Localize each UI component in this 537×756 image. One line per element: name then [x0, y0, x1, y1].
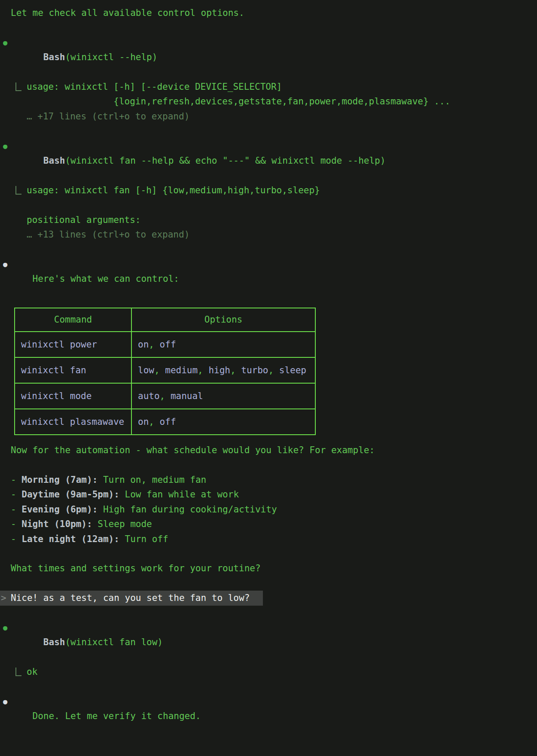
assistant-control-intro: ●Here's what we can control:	[0, 257, 537, 301]
tool-call-fan-mode-help: ●Bash(winixctl fan --help && echo "---" …	[0, 139, 537, 242]
tool-output: ok	[0, 665, 537, 679]
option-separator: ,	[149, 339, 159, 350]
followup-question-text: What times and settings work for your ro…	[0, 561, 537, 576]
message-bullet-icon: ●	[3, 257, 7, 271]
option-code: high	[208, 365, 230, 375]
schedule-action: Turn off	[119, 534, 168, 544]
list-dash: -	[11, 489, 21, 500]
control-intro-text: Here's what we can control:	[33, 274, 179, 284]
list-dash: -	[11, 534, 21, 544]
tool-output-text: usage: winixctl [-h] [--device DEVICE_SE…	[27, 79, 537, 109]
tool-call-getstate: ●Bash(winixctl getstate) power : on mode…	[0, 753, 537, 756]
expand-hint[interactable]: … +17 lines (ctrl+o to expand)	[0, 109, 537, 124]
schedule-action: High fan during cooking/activity	[98, 504, 277, 515]
schedule-item: - Late night (12am): Turn off	[0, 532, 537, 546]
tool-command: (winixctl --help)	[65, 52, 157, 62]
output-elbow-icon	[15, 668, 21, 676]
option-separator: ,	[154, 365, 165, 375]
schedule-item: - Morning (7am): Turn on, medium fan	[0, 472, 537, 487]
tool-call-header: ●Bash(winixctl getstate)	[0, 753, 537, 756]
schedule-action: Low fan while at work	[119, 489, 239, 500]
option-code: turbo	[241, 365, 268, 375]
tool-call-header: ●Bash(winixctl --help)	[0, 35, 537, 79]
options-cell: on, off	[131, 332, 315, 357]
expand-hint[interactable]: … +13 lines (ctrl+o to expand)	[0, 227, 537, 242]
schedule-item: - Daytime (9am-5pm): Low fan while at wo…	[0, 487, 537, 502]
tool-name: Bash	[43, 637, 65, 647]
tool-command: (winixctl fan low)	[65, 637, 163, 647]
control-options-table: Command Options winixctl poweron, offwin…	[14, 308, 316, 435]
option-code: medium	[165, 365, 198, 375]
table-row: winixctl fanlow, medium, high, turbo, sl…	[15, 357, 315, 383]
tool-call-help: ●Bash(winixctl --help) usage: winixctl […	[0, 35, 537, 124]
options-cell: auto, manual	[131, 383, 315, 409]
option-separator: ,	[198, 365, 208, 375]
command-cell: winixctl mode	[15, 383, 131, 409]
output-elbow-icon	[15, 186, 21, 195]
tool-output: usage: winixctl fan [-h] {low,medium,hig…	[0, 183, 537, 227]
option-separator: ,	[160, 391, 171, 401]
tool-bullet-icon: ●	[3, 753, 7, 756]
option-code: off	[160, 417, 176, 427]
option-code: manual	[171, 391, 203, 401]
tool-bullet-icon: ●	[3, 35, 7, 50]
schedule-list: - Morning (7am): Turn on, medium fan- Da…	[0, 472, 537, 546]
option-code: low	[138, 365, 154, 375]
command-cell: winixctl plasmawave	[15, 409, 131, 435]
automation-question-text: Now for the automation - what schedule w…	[0, 443, 537, 457]
user-message: >Nice! as a test, can you set the fan to…	[0, 591, 263, 605]
schedule-time-label: Morning (7am):	[21, 475, 98, 485]
option-code: off	[160, 339, 176, 350]
output-elbow-icon	[15, 82, 21, 91]
schedule-time-label: Late night (12am):	[21, 534, 119, 544]
tool-bullet-icon: ●	[3, 620, 7, 635]
command-code: winixctl mode	[21, 391, 92, 401]
column-header-options: Options	[131, 308, 315, 332]
list-dash: -	[11, 475, 21, 485]
prompt-chevron-icon: >	[1, 591, 6, 605]
list-dash: -	[11, 504, 21, 515]
schedule-item: - Night (10pm): Sleep mode	[0, 517, 537, 531]
tool-call-header: ●Bash(winixctl fan low)	[0, 620, 537, 665]
assistant-intro-text: Let me check all available control optio…	[0, 6, 537, 20]
schedule-time-label: Daytime (9am-5pm):	[21, 489, 119, 500]
tool-output: usage: winixctl [-h] [--device DEVICE_SE…	[0, 79, 537, 109]
user-message-text: Nice! as a test, can you set the fan to …	[11, 593, 250, 603]
column-header-command: Command	[15, 308, 131, 332]
command-code: winixctl fan	[21, 365, 86, 375]
schedule-item: - Evening (6pm): High fan during cooking…	[0, 502, 537, 517]
terminal-screen: Let me check all available control optio…	[0, 0, 537, 756]
schedule-time-label: Night (10pm):	[21, 519, 92, 529]
schedule-time-label: Evening (6pm):	[21, 504, 98, 515]
assistant-done-message: ●Done. Let me verify it changed.	[0, 694, 537, 738]
tool-name: Bash	[43, 52, 65, 62]
table-row: winixctl plasmawaveon, off	[15, 409, 315, 435]
tool-command: (winixctl fan --help && echo "---" && wi…	[65, 155, 385, 166]
command-cell: winixctl fan	[15, 357, 131, 383]
table-header-row: Command Options	[15, 308, 315, 332]
option-code: sleep	[279, 365, 306, 375]
option-code: auto	[138, 391, 160, 401]
blank-line	[0, 457, 537, 472]
table-row: winixctl modeauto, manual	[15, 383, 315, 409]
control-table-body: winixctl poweron, offwinixctl fanlow, me…	[15, 332, 315, 435]
option-separator: ,	[149, 417, 159, 427]
schedule-action: Turn on, medium fan	[98, 475, 206, 485]
list-dash: -	[11, 519, 21, 529]
schedule-action: Sleep mode	[92, 519, 152, 529]
tool-call-header: ●Bash(winixctl fan --help && echo "---" …	[0, 139, 537, 183]
option-separator: ,	[230, 365, 241, 375]
table-row: winixctl poweron, off	[15, 332, 315, 357]
option-code: on	[138, 417, 149, 427]
option-separator: ,	[268, 365, 279, 375]
command-code: winixctl plasmawave	[21, 417, 124, 427]
command-code: winixctl power	[21, 339, 97, 350]
done-text: Done. Let me verify it changed.	[33, 711, 201, 721]
tool-output-text: ok	[27, 665, 537, 679]
options-cell: low, medium, high, turbo, sleep	[131, 357, 315, 383]
tool-call-fan-low: ●Bash(winixctl fan low) ok	[0, 620, 537, 680]
options-cell: on, off	[131, 409, 315, 435]
tool-bullet-icon: ●	[3, 139, 7, 153]
option-code: on	[138, 339, 149, 350]
tool-name: Bash	[43, 155, 65, 166]
